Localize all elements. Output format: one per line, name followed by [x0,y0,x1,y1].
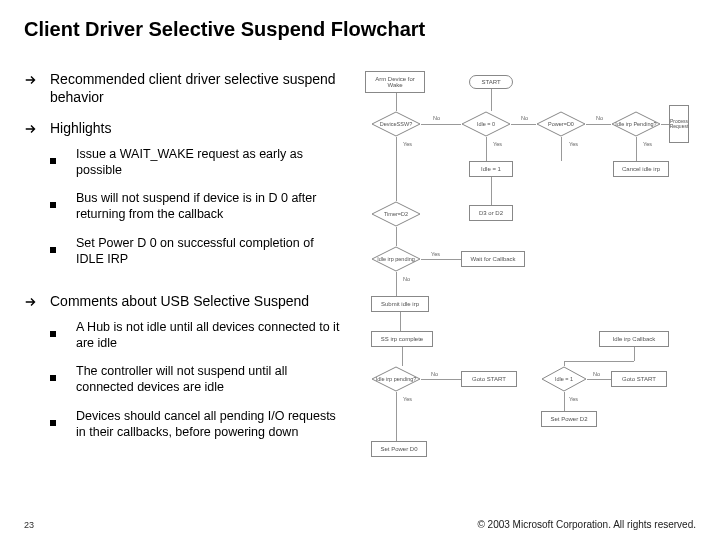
flow-cancel-idle: Cancel idle irp [613,161,669,177]
list-item-text: The controller will not suspend until al… [76,363,344,396]
flow-label-no: No [431,371,438,377]
slide: Client Driver Selective Suspend Flowchar… [0,0,720,540]
flow-decision-idle1: Idle = 1 [541,366,587,392]
page-title: Client Driver Selective Suspend Flowchar… [24,18,696,41]
section-comments: Comments about USB Selective Suspend A H… [24,293,344,452]
section-recommended: Recommended client driver selective susp… [24,71,344,106]
square-bullet-icon [50,412,64,430]
flow-decision-label: Timer=D2 [384,211,408,217]
section-text: Comments about USB Selective Suspend [50,293,344,311]
list-item-text: Issue a WAIT_WAKE request as early as po… [76,146,344,179]
svg-rect-0 [50,158,56,164]
flow-decision-label: Idle irp pending? [376,376,417,382]
arrow-right-icon [24,295,42,313]
flow-label-yes: Yes [569,396,578,402]
section-body: Highlights Issue a WAIT_WAKE request as … [50,120,344,279]
flow-wait-callback: Wait for Callback [461,251,525,267]
flow-decision-idleirp: Idle irp Pending? [611,111,661,137]
section-text: Highlights [50,120,344,138]
flow-decision-label: Idle irp Pending? [615,121,656,127]
flow-label-no: No [433,115,440,121]
flowchart-column: Arm Device for Wake START DeviceSSW? Idl… [356,71,696,471]
flow-decision-ssw: DeviceSSW? [371,111,421,137]
flow-label-yes: Yes [643,141,652,147]
section-text: Recommended client driver selective susp… [50,71,344,106]
flow-label-yes: Yes [403,396,412,402]
flow-goto-start: Goto START [461,371,517,387]
section-body: Comments about USB Selective Suspend A H… [50,293,344,452]
flow-label-yes: Yes [569,141,578,147]
flow-decision-label: Idle irp pending [377,256,415,262]
section-highlights: Highlights Issue a WAIT_WAKE request as … [24,120,344,279]
list-item: Devices should cancel all pending I/O re… [50,408,344,441]
flow-decision-label: Idle = 0 [477,121,495,127]
svg-rect-2 [50,247,56,253]
flow-decision-idleirp3: Idle irp pending? [371,366,421,392]
flow-set-power-d0: Set Power D0 [371,441,427,457]
level1-list: Recommended client driver selective susp… [24,71,344,452]
flow-idle1: Idle = 1 [469,161,513,177]
flow-label-yes: Yes [403,141,412,147]
flow-decision-idleirp2: Idle irp pending [371,246,421,272]
flow-label-yes: Yes [431,251,440,257]
content-row: Recommended client driver selective susp… [24,71,696,471]
list-item: Issue a WAIT_WAKE request as early as po… [50,146,344,179]
flowchart: Arm Device for Wake START DeviceSSW? Idl… [361,71,691,471]
svg-rect-1 [50,202,56,208]
list-item: A Hub is not idle until all devices conn… [50,319,344,352]
flow-submit-idle: Submit idle irp [371,296,429,312]
square-bullet-icon [50,150,64,168]
flow-label-no: No [593,371,600,377]
square-bullet-icon [50,323,64,341]
list-item-text: Bus will not suspend if device is in D 0… [76,190,344,223]
flow-label-yes: Yes [493,141,502,147]
flow-decision-powerd0: Power=D0 [536,111,586,137]
flow-process-request: Process Request [669,105,689,143]
slide-number: 23 [24,520,34,530]
flow-decision-label: Power=D0 [548,121,574,127]
list-item-text: Devices should cancel all pending I/O re… [76,408,344,441]
list-item: The controller will not suspend until al… [50,363,344,396]
square-bullet-icon [50,239,64,257]
flow-label-no: No [596,115,603,121]
list-item: Set Power D 0 on successful completion o… [50,235,344,268]
flow-label-no: No [521,115,528,121]
level2-list: A Hub is not idle until all devices conn… [50,319,344,441]
copyright: © 2003 Microsoft Corporation. All rights… [477,519,696,530]
flow-label-no: No [403,276,410,282]
list-item: Bus will not suspend if device is in D 0… [50,190,344,223]
arrow-right-icon [24,73,42,91]
flow-set-power-d2: Set Power D2 [541,411,597,427]
flow-decision-label: Idle = 1 [555,376,573,382]
arrow-right-icon [24,122,42,140]
flow-goto-start2: Goto START [611,371,667,387]
flow-idle-callback: Idle irp Callback [599,331,669,347]
square-bullet-icon [50,367,64,385]
flow-decision-label: DeviceSSW? [380,121,412,127]
flow-ss-complete: SS irp complete [371,331,433,347]
flow-arm-device: Arm Device for Wake [365,71,425,93]
flow-decision-idle0: Idle = 0 [461,111,511,137]
svg-rect-5 [50,420,56,426]
svg-rect-4 [50,375,56,381]
square-bullet-icon [50,194,64,212]
list-item-text: A Hub is not idle until all devices conn… [76,319,344,352]
list-item-text: Set Power D 0 on successful completion o… [76,235,344,268]
svg-rect-3 [50,331,56,337]
level2-list: Issue a WAIT_WAKE request as early as po… [50,146,344,268]
flow-d3-d2: D3 or D2 [469,205,513,221]
flow-start: START [469,75,513,89]
flow-decision-timerd2: Timer=D2 [371,201,421,227]
bullet-column: Recommended client driver selective susp… [24,71,344,471]
